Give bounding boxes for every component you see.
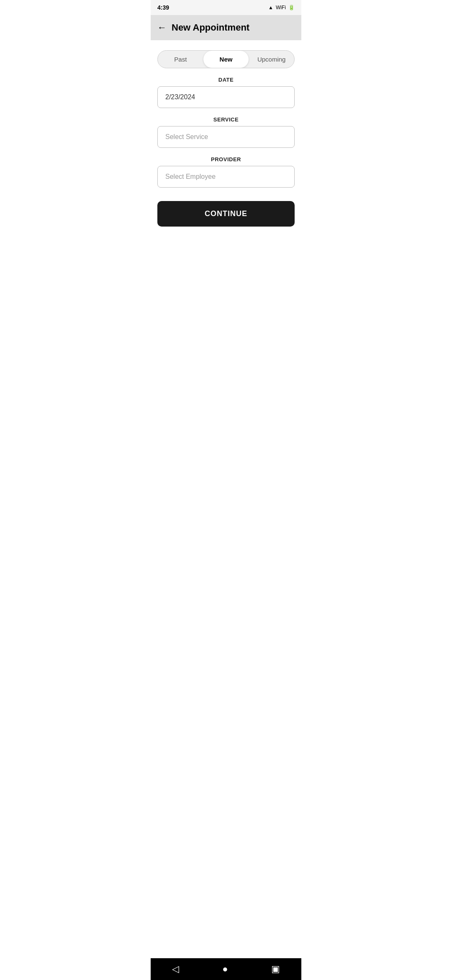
date-label: DATE <box>157 77 295 83</box>
battery-icon: 🔋 <box>288 5 295 10</box>
status-time: 4:39 <box>157 4 169 11</box>
service-label: SERVICE <box>157 116 295 123</box>
service-field-group: SERVICE <box>157 116 295 148</box>
service-input[interactable] <box>157 126 295 148</box>
page-title: New Appointment <box>172 22 249 33</box>
date-input[interactable] <box>157 86 295 108</box>
status-bar: 4:39 ▲ WiFi 🔋 <box>151 0 301 15</box>
provider-label: PROVIDER <box>157 156 295 162</box>
tab-past[interactable]: Past <box>158 51 203 68</box>
wifi-icon: WiFi <box>276 5 286 10</box>
continue-button[interactable]: CONTINUE <box>157 201 295 227</box>
tab-group: Past New Upcoming <box>157 50 295 68</box>
date-field-group: DATE <box>157 77 295 108</box>
tab-container: Past New Upcoming <box>157 50 295 68</box>
signal-icon: ▲ <box>268 5 273 10</box>
provider-field-group: PROVIDER <box>157 156 295 188</box>
toolbar: ← New Appointment <box>151 15 301 40</box>
back-icon[interactable]: ← <box>157 22 167 33</box>
status-icons: ▲ WiFi 🔋 <box>268 5 295 10</box>
provider-input[interactable] <box>157 166 295 188</box>
form-section: DATE SERVICE PROVIDER CONTINUE <box>151 77 301 227</box>
tab-upcoming[interactable]: Upcoming <box>249 51 294 68</box>
tab-new[interactable]: New <box>203 51 249 68</box>
